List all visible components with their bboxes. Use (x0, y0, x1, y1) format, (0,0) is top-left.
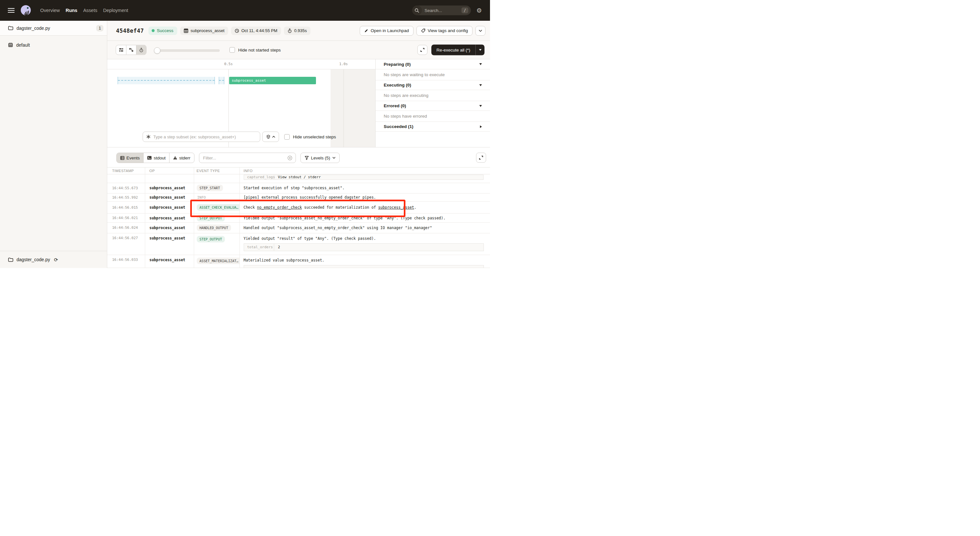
reexecute-menu-button[interactable] (476, 45, 485, 56)
table-row[interactable]: 16:44:56.021subprocess_assetSTEP_OUTPUTY… (107, 213, 490, 223)
sidebar-footer-label: dagster_code.py (16, 257, 50, 262)
table-row[interactable]: 16:44:55.673subprocess_assetSTEP_STARTSt… (107, 183, 490, 194)
nav-item-overview[interactable]: Overview (40, 8, 60, 13)
top-nav: OverviewRunsAssetsDeployment / ⚙ (0, 0, 490, 21)
status-badge: Success (148, 27, 177, 35)
metadata-table: total_orders2 (244, 243, 484, 251)
tab-events[interactable]: Events (117, 153, 143, 163)
event-info: Materialized value subprocess_asset. (240, 255, 490, 268)
gear-icon[interactable]: ⚙ (476, 8, 482, 14)
event-info-link[interactable]: no_empty_order_check (257, 205, 302, 210)
event-info-link[interactable]: subprocess_asset (378, 205, 414, 210)
job-grid-icon (8, 43, 13, 47)
event-op: subprocess_asset (145, 202, 194, 213)
waiting-indicator (118, 77, 215, 84)
timeline-tick: 0.5s (224, 62, 233, 66)
event-info-text: Materialized value subprocess_asset. (244, 258, 484, 262)
event-timestamp: 16:44:56.021 (107, 213, 145, 222)
status-section-header[interactable]: Errored (0) (375, 101, 490, 111)
event-type-badge: STEP_OUTPUT (197, 236, 225, 242)
asset-tag[interactable]: subprocess_asset (180, 27, 228, 35)
event-op: subprocess_asset (145, 223, 194, 233)
clear-filter-icon[interactable] (288, 156, 292, 161)
search-input[interactable] (425, 8, 461, 13)
tag-icon (421, 29, 425, 33)
refresh-icon[interactable]: ⟳ (54, 257, 58, 262)
zoom-slider-handle[interactable] (154, 47, 161, 54)
open-launchpad-button[interactable]: Open in Launchpad (360, 26, 414, 36)
captured-logs-link[interactable]: View stdout / stderr (274, 175, 325, 179)
status-section-header[interactable]: Succeeded (1) (375, 122, 490, 132)
sidebar-item-label: default (16, 43, 30, 48)
event-op: subprocess_asset (145, 255, 194, 268)
table-row[interactable]: 16:44:56.015subprocess_assetASSET_CHECK_… (107, 202, 490, 213)
status-section-message: No steps have errored (375, 111, 490, 122)
event-type-cell: STEP_START (194, 183, 240, 194)
graph-query-toggle-button[interactable] (262, 132, 279, 142)
nav-item-runs[interactable]: Runs (65, 8, 77, 13)
column-header: OP (145, 167, 194, 174)
events-toolbar: Events stdout stderr (107, 153, 490, 163)
hide-unselected-checkbox[interactable] (284, 134, 290, 140)
flat-view-button[interactable] (116, 45, 126, 55)
table-row[interactable]: 16:44:55.992subprocess_assetINFO[pipes] … (107, 194, 490, 202)
duration-view-button[interactable] (136, 45, 146, 55)
table-row[interactable]: 16:44:56.024subprocess_assetHANDLED_OUTP… (107, 223, 490, 233)
view-tags-button[interactable]: View tags and config (417, 26, 473, 36)
status-section-header[interactable]: Preparing (0) (375, 59, 490, 69)
layers-icon (266, 135, 270, 139)
tab-stderr[interactable]: stderr (169, 153, 194, 163)
event-info-text: Handled output "subprocess_asset_no_empt… (244, 226, 432, 230)
step-subset-input[interactable] (153, 135, 257, 139)
status-section-title: Executing (0) (384, 83, 411, 87)
event-type-cell: STEP_OUTPUT (194, 233, 240, 255)
event-type-badge: HANDLED_OUTPUT (197, 224, 231, 231)
sidebar-footer-code-location: dagster_code.py ⟳ (0, 251, 107, 268)
event-timestamp: 16:44:56.027 (107, 233, 145, 255)
menu-icon[interactable] (8, 8, 14, 13)
zoom-slider-track[interactable] (154, 49, 220, 52)
event-timestamp: 16:44:55.673 (107, 183, 145, 194)
sidebar-item-default-job[interactable]: default (0, 40, 107, 51)
folder-icon (8, 258, 13, 262)
table-row[interactable]: 16:44:56.033subprocess_assetASSET_MATERI… (107, 255, 490, 268)
log-view-tabs: Events stdout stderr (116, 153, 194, 163)
dagster-logo-icon[interactable] (20, 5, 32, 16)
event-timestamp: 16:44:56.015 (107, 202, 145, 213)
timestamp-tag[interactable]: Oct 11, 4:44:55 PM (231, 27, 281, 35)
status-section-header[interactable]: Executing (0) (375, 80, 490, 90)
events-fullscreen-button[interactable] (476, 153, 486, 163)
reexecute-all-button[interactable]: Re-execute all (*) (431, 45, 476, 56)
event-timestamp: 16:44:56.033 (107, 255, 145, 268)
search-box[interactable]: / (412, 5, 471, 15)
sidebar: dagster_code.py 1 default dagster_code.p… (0, 21, 107, 268)
nav-item-deployment[interactable]: Deployment (103, 8, 128, 13)
sidebar-item-code-location[interactable]: dagster_code.py 1 (0, 21, 107, 36)
event-info-text: Yielded output "subprocess_asset_no_empt… (244, 216, 445, 220)
gantt-fullscreen-button[interactable] (417, 45, 428, 55)
event-info: Started execution of step "subprocess_as… (240, 183, 490, 194)
gantt-timeline-header: 0.5s 1.0s (107, 59, 375, 69)
gantt-step-bar[interactable]: subprocess_asset (229, 77, 316, 84)
chevron-down-icon (332, 157, 336, 159)
gantt-view-mode-group (116, 45, 146, 55)
table-row[interactable]: captured_logs View stdout / stderr (107, 174, 490, 183)
event-info-text: [pipes] external process successfully op… (244, 195, 376, 200)
clock-icon (235, 29, 239, 33)
table-rows-icon (120, 156, 124, 160)
hide-not-started-checkbox[interactable] (229, 47, 235, 53)
event-info-text: Started execution of step "subprocess_as… (244, 186, 345, 190)
event-info: Yielded output "result" of type "Any". (… (240, 233, 490, 255)
nav-item-assets[interactable]: Assets (83, 8, 97, 13)
event-type-label: INFO (197, 196, 206, 200)
chevron-right-icon (480, 126, 482, 128)
filter-input[interactable] (203, 156, 288, 161)
run-actions-chevron-button[interactable] (476, 26, 485, 36)
status-section-message: No steps are waiting to execute (375, 69, 490, 80)
table-row[interactable]: 16:44:56.027subprocess_assetSTEP_OUTPUTY… (107, 233, 490, 255)
event-info-text: Yielded output "result" of type "Any". (… (244, 236, 484, 241)
chevron-down-icon (479, 84, 482, 86)
tab-stdout[interactable]: stdout (143, 153, 169, 163)
levels-filter-button[interactable]: Levels (5) (301, 153, 340, 163)
waterfall-view-button[interactable] (126, 45, 136, 55)
